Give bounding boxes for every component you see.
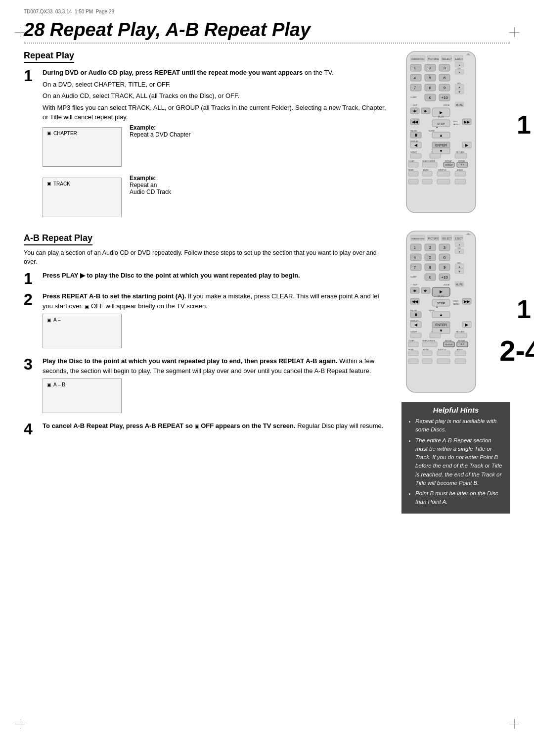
svg-text:▼: ▼ [439, 329, 443, 333]
svg-text:PICTURE: PICTURE [428, 237, 440, 240]
svg-text:▼: ▼ [458, 91, 461, 94]
remote-svg-top: STANDBY/ON PICTURE SELECT EJECT 1 2 3 [401, 50, 481, 214]
svg-text:4: 4 [414, 255, 416, 260]
svg-text:REPEAT: REPEAT [445, 164, 453, 166]
svg-text:▶▶: ▶▶ [464, 299, 470, 304]
svg-text:SLOW: SLOW [429, 309, 435, 312]
svg-text:ENTER: ENTER [435, 323, 447, 327]
svg-text:SUBTITLE: SUBTITLE [438, 169, 446, 171]
svg-text:7: 7 [414, 265, 416, 270]
remote-svg-bottom: STANDBY/ON PICTURE SELECT EJECT 1 2 3 [401, 230, 481, 393]
svg-rect-102 [408, 179, 418, 184]
col-left: Repeat Play 1 During DVD or Audio CD pla… [24, 50, 390, 514]
svg-text:PLAY: PLAY [438, 295, 445, 298]
remote-bottom-label-24: 2-4 [499, 334, 534, 367]
svg-rect-188 [430, 333, 441, 338]
svg-text:⏸: ⏸ [414, 133, 418, 138]
svg-rect-205 [422, 351, 432, 356]
svg-rect-105 [455, 179, 466, 184]
svg-text:ENTER: ENTER [435, 143, 447, 147]
step-1-line1: On a DVD, select CHAPTER, TITLE, or OFF. [43, 80, 390, 90]
svg-rect-104 [437, 179, 450, 184]
svg-text:SLEEP: SLEEP [410, 96, 417, 98]
step-1-main-text: During DVD or Audio CD play, press REPEA… [43, 68, 390, 78]
chapter-icon: CHAPTER [47, 131, 77, 136]
svg-rect-82 [430, 153, 441, 158]
remote-bottom-label-1: 1 [517, 294, 531, 324]
svg-text:STANDBY/ON: STANDBY/ON [411, 58, 424, 60]
svg-text:■: ■ [436, 305, 438, 308]
svg-text:3: 3 [444, 245, 446, 250]
ab-step-2: 2 Press REPEAT A-B to set the starting p… [24, 291, 390, 351]
svg-text:RETURN: RETURN [456, 151, 464, 153]
svg-text:⏭: ⏭ [424, 288, 428, 293]
svg-text:REPEAT: REPEAT [445, 160, 452, 162]
example-track-text: Example: Repeat an Audio CD Track [130, 175, 171, 195]
svg-text:⏭: ⏭ [424, 109, 428, 113]
svg-text:SETUP: SETUP [410, 331, 417, 333]
ab-repeat-section: A-B Repeat Play You can play a section o… [24, 233, 390, 437]
svg-text:A-B: A-B [461, 343, 464, 345]
svg-text:▶: ▶ [465, 143, 469, 147]
step-1-line3: With MP3 files you can select TRACK, ALL… [43, 103, 390, 122]
svg-text:CLEAR: CLEAR [408, 160, 414, 162]
svg-text:3: 3 [444, 66, 446, 70]
svg-text:← SKIP →: ← SKIP → [410, 104, 420, 106]
svg-text:▲: ▲ [439, 313, 443, 317]
svg-text:SETUP: SETUP [410, 151, 417, 153]
ab-step-4: 4 To cancel A-B Repeat Play, press A-B R… [24, 421, 390, 437]
screen-box-ab: A – B [43, 378, 122, 413]
step-1: 1 During DVD or Audio CD play, press REP… [24, 68, 390, 225]
ab-step-2-number: 2 [24, 291, 38, 351]
helpful-hints-title: Helpful Hints [407, 406, 504, 414]
svg-text:MENU: MENU [453, 303, 459, 305]
svg-text:9: 9 [444, 265, 446, 270]
ab-step-4-text: To cancel A-B Repeat Play, press A-B REP… [43, 421, 390, 431]
svg-text:MODE: MODE [408, 349, 414, 351]
svg-rect-83 [455, 153, 467, 158]
svg-text:▲: ▲ [458, 243, 461, 246]
svg-rect-195 [422, 342, 437, 347]
cross-mark-br [509, 719, 519, 729]
title-divider [24, 43, 510, 44]
ab-step-1: 1 Press PLAY ▶ to play the Disc to the p… [24, 271, 390, 286]
ab-step-3: 3 Play the Disc to the point at which yo… [24, 356, 390, 416]
svg-text:+10: +10 [441, 95, 448, 100]
svg-text:REPEAT: REPEAT [458, 160, 466, 162]
helpful-hints-box: Helpful Hints Repeat play is not availab… [401, 402, 510, 514]
col-right: 1 STANDBY/ON PICTURE SELECT EJECT [401, 50, 510, 514]
svg-rect-211 [455, 359, 466, 364]
svg-text:MODE: MODE [408, 169, 414, 171]
screen-box-chapter: CHAPTER [43, 127, 122, 167]
svg-rect-189 [455, 333, 467, 338]
svg-text:▶: ▶ [465, 323, 469, 327]
ab-step-3-text: Play the Disc to the point at which you … [43, 356, 390, 376]
example-track: TRACK Example: Repeat an Audio CD Track [43, 175, 390, 220]
svg-text:AUDIO: AUDIO [423, 169, 429, 171]
svg-text:SEARCH MODE: SEARCH MODE [422, 160, 436, 162]
svg-rect-207 [455, 351, 466, 356]
ab-step-3-number: 3 [24, 356, 38, 416]
svg-text:MUTE: MUTE [456, 283, 463, 286]
svg-rect-100 [437, 171, 450, 176]
svg-rect-98 [408, 171, 418, 176]
svg-text:MENU: MENU [453, 123, 459, 126]
ab-step-1-content: Press PLAY ▶ to play the Disc to the poi… [43, 271, 390, 286]
svg-text:8: 8 [429, 86, 432, 90]
svg-text:◀◀: ◀◀ [412, 120, 418, 124]
svg-rect-206 [437, 351, 450, 356]
svg-text:2: 2 [429, 66, 432, 70]
svg-text:STOP: STOP [437, 302, 445, 305]
svg-text:ZOOM: ZOOM [444, 284, 449, 286]
step-1-content: During DVD or Audio CD play, press REPEA… [43, 68, 390, 225]
hint-item-1: Repeat play is not available with some D… [415, 417, 504, 434]
svg-text:◀: ◀ [414, 323, 418, 327]
svg-text:1: 1 [414, 66, 416, 70]
svg-text:2: 2 [429, 245, 432, 250]
svg-rect-204 [408, 351, 418, 356]
cross-mark-tr [509, 27, 519, 37]
svg-text:5: 5 [429, 76, 432, 80]
ab-icon: A – B [47, 382, 65, 387]
ab-step-4-number: 4 [24, 421, 38, 437]
svg-text:RETURN: RETURN [456, 331, 464, 333]
